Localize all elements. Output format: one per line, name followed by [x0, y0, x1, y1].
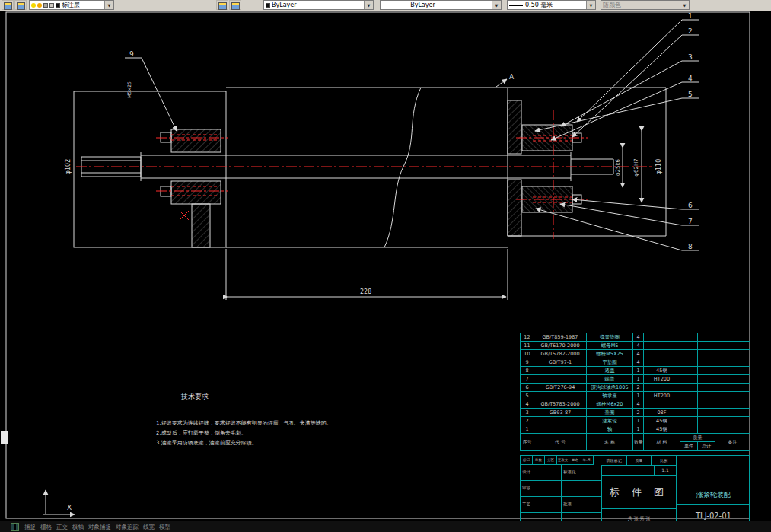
bom-part-name: 深沟球轴承1805	[587, 384, 633, 392]
bom-no: 4	[521, 400, 534, 409]
status-toggle[interactable]: 极轴	[72, 522, 84, 532]
bom-qty: 1	[633, 417, 644, 425]
bom-row[interactable]: 5 轴承座 1 HT200	[521, 392, 750, 400]
status-toggle[interactable]: 捕捉	[24, 522, 36, 532]
tech-requirements: 技术要求 1.焊缝要求为连续焊缝，要求焊缝不能有明显的焊瘤、气孔、夹渣等缺陷。 …	[156, 393, 332, 446]
bom-total-mass	[698, 358, 715, 367]
bom-part-name: 涨紧轮	[587, 417, 633, 425]
company-cell	[677, 456, 750, 486]
revision-cell: 签名	[569, 456, 581, 465]
bom-no: 12	[521, 333, 534, 342]
bom-part-name: 弹簧垫圈	[587, 333, 633, 342]
bom-row[interactable]: 1 轴 1 45钢	[521, 425, 750, 434]
balloon-3: 3	[688, 53, 693, 61]
status-toggle[interactable]: 栅格	[40, 522, 52, 532]
chevron-down-icon[interactable]: ▼	[364, 1, 373, 9]
bom-total-mass	[698, 409, 715, 417]
stage-cell: 比例	[652, 456, 677, 466]
lineweight-combo[interactable]: 0.50 毫米 ▼	[507, 0, 596, 10]
bom-row[interactable]: 4 GB/T5783-2000 螺栓M6x20 4	[521, 400, 750, 409]
bom-no: 2	[521, 417, 534, 425]
bom-qty: 2	[633, 384, 644, 392]
sign-process: 工艺	[521, 497, 562, 513]
bom-total-mass	[698, 375, 715, 384]
stage-cell: 质量	[627, 456, 652, 466]
layer-previous-button[interactable]	[229, 0, 241, 10]
status-toggle[interactable]: 对象捕捉	[88, 522, 111, 532]
bom-header-total: 总计	[698, 442, 715, 451]
plotstyle-combo[interactable]: 随颜色 ▼	[601, 0, 690, 10]
ucs-icon: X	[43, 490, 75, 514]
bom-remark	[715, 384, 750, 392]
layers-icon	[4, 2, 12, 10]
pulley-view[interactable]	[74, 88, 529, 247]
bom-code: GB/T5783-2000	[534, 400, 587, 409]
bom-row[interactable]: 11 GB/T6170-2000 螺母M5 4	[521, 342, 750, 350]
bom-part-name: 轴承座	[587, 392, 633, 400]
bom-row[interactable]: 7 端盖 1 HT200	[521, 375, 750, 384]
layer-states-button[interactable]	[14, 0, 27, 10]
layer-states-icon	[17, 2, 25, 10]
bom-qty: 4	[633, 400, 644, 409]
chevron-down-icon[interactable]: ▼	[104, 1, 113, 9]
bom-material: 08F	[644, 409, 680, 417]
balloon-2: 2	[688, 27, 693, 35]
balloon-6: 6	[688, 202, 693, 209]
dim-fit-shaft: φ25k6	[615, 158, 621, 176]
bom-unit-mass	[680, 342, 698, 350]
lineweight-sample-icon	[509, 5, 523, 6]
bom-row[interactable]: 9 GB/T97-1 平垫圈 4	[521, 358, 750, 367]
revision-cell: 标记	[521, 456, 533, 465]
bom-header-row: 序号 代 号 名 称 数量 材 料 质量 备注	[521, 434, 750, 442]
bom-part-name: 透盖	[587, 367, 633, 375]
balloon-1: 1	[688, 12, 693, 20]
status-toggle[interactable]: 线宽	[143, 522, 155, 532]
bom-qty: 1	[633, 375, 644, 384]
bom-row[interactable]: 12 GB/T859-1987 弹簧垫圈 4	[521, 333, 750, 342]
bom-qty: 4	[633, 342, 644, 350]
drawing-canvas[interactable]: 228 φ102 φ110 φ25k6 φ62H7 M5×25 A 1 2 3 …	[0, 11, 771, 521]
bom-row[interactable]: 6 GB/T276-94 深沟球轴承1805 2	[521, 384, 750, 392]
make-layer-current-button[interactable]	[216, 0, 228, 10]
title-block[interactable]: 标记处数分区更改文件号签名年.月.日 设计 标准化 审核 工艺 批准 阶段标记质…	[520, 455, 750, 529]
status-toggle[interactable]: 模型	[159, 522, 170, 532]
bom-remark	[715, 367, 750, 375]
bom-code	[534, 375, 587, 384]
bom-row[interactable]: 2 涨紧轮 1 45钢	[521, 417, 750, 425]
bom-total-mass	[698, 392, 715, 400]
bom-remark	[715, 375, 750, 384]
bom-material	[644, 342, 680, 350]
bom-total-mass	[698, 342, 715, 350]
bom-code: GB/T5782-2000	[534, 350, 587, 358]
tech-req-title: 技术要求	[180, 393, 209, 400]
bom-code: GB/T276-94	[534, 384, 587, 392]
layer-name: 标注层	[62, 1, 80, 9]
bom-header-qty: 数量	[633, 434, 644, 451]
bom-row[interactable]: 10 GB/T5782-2000 螺栓M5X25 4	[521, 350, 750, 358]
signature-grid: 设计 标准化 审核 工艺 批准	[521, 465, 602, 528]
status-toggle[interactable]: 正交	[56, 522, 68, 532]
top-toolbar: 标注层 ▼ ByLayer ▼ ByLayer ▼ 0.50 毫米 ▼ 随颜色 …	[0, 0, 771, 11]
color-combo[interactable]: ByLayer ▼	[263, 0, 374, 10]
bearing-section-view[interactable]	[508, 88, 666, 236]
tech-req-line2: 2.成型后，应打磨平整，倒角去毛刺。	[156, 429, 247, 436]
status-toggle[interactable]: 对象追踪	[116, 522, 139, 532]
bom-row[interactable]: 3 GB93-87 垫圈 2 08F	[521, 409, 750, 417]
linetype-combo[interactable]: ByLayer ▼	[380, 0, 502, 10]
layer-combo[interactable]: 标注层 ▼	[29, 0, 114, 10]
bom-row[interactable]: 8 透盖 1 45钢	[521, 367, 750, 375]
status-bar: 捕捉栅格正交极轴对象捕捉对象追踪线宽模型	[0, 521, 771, 532]
layer-manager-button[interactable]	[2, 0, 14, 10]
chevron-down-icon[interactable]: ▼	[492, 1, 501, 9]
bom-unit-mass	[680, 409, 698, 417]
bom-table[interactable]: 12 GB/T859-1987 弹簧垫圈 4 11 GB/T6170-2000 …	[520, 333, 750, 451]
sign-standard: 标准化	[562, 465, 602, 481]
bom-remark	[715, 350, 750, 358]
bom-unit-mass	[680, 333, 698, 342]
tech-req-line3: 3.油漆采用防锈底漆，油漆前应充分除锈。	[156, 439, 257, 446]
bom-material: 45钢	[644, 367, 680, 375]
chevron-down-icon[interactable]: ▼	[586, 1, 595, 9]
bom-qty: 1	[633, 367, 644, 375]
balloon-5: 5	[688, 91, 693, 98]
bom-no: 3	[521, 409, 534, 417]
